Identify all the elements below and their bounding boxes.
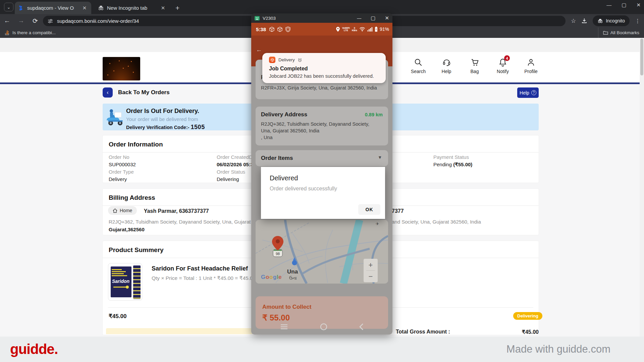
zoom-in-button[interactable]: + xyxy=(369,261,373,269)
signal-icon xyxy=(367,27,373,32)
nav-bag[interactable]: Bag xyxy=(465,57,484,74)
billing-state: Gujarat, xyxy=(109,227,128,232)
forward-button[interactable]: → xyxy=(14,17,28,24)
cart-icon xyxy=(470,58,479,67)
emulator-maximize-button[interactable]: ▢ xyxy=(371,15,375,21)
back-nav-icon[interactable] xyxy=(359,323,364,330)
amount-label: Amount to Collect xyxy=(262,304,311,310)
svg-text:98: 98 xyxy=(276,252,280,256)
browser-tabstrip: ⌄ supdaqcom - View Order ✕ New Incognito… xyxy=(0,0,644,14)
chevron-left-icon[interactable]: ‹ xyxy=(103,87,113,98)
site-favicon xyxy=(18,5,24,11)
shield-notification-icon xyxy=(285,26,290,32)
map-route-shield: 98 xyxy=(273,249,282,257)
app-back-arrow-icon[interactable]: ← xyxy=(256,46,262,53)
window-maximize-button[interactable]: ▢ xyxy=(622,2,626,8)
new-tab-button[interactable]: + xyxy=(175,4,179,12)
reload-button[interactable]: ⟳ xyxy=(28,17,42,25)
alarm-icon xyxy=(298,58,302,62)
question-mark-icon: ? xyxy=(531,90,536,95)
bookmark-star-icon[interactable]: ☆ xyxy=(571,17,576,24)
order-items-section[interactable]: Order Items ▼ xyxy=(256,150,388,166)
wifi-icon xyxy=(359,27,365,32)
battery-percent: 91% xyxy=(380,26,389,32)
zoom-out-button[interactable]: − xyxy=(369,272,373,281)
verification-code-label: Delivery Verification Code:- xyxy=(126,125,190,130)
map-city-label: Una xyxy=(287,268,298,275)
emulator-title: V2303 xyxy=(263,16,276,21)
guidde-footer: guidde. Made with guidde.com xyxy=(0,337,644,362)
stackoverflow-icon xyxy=(5,30,10,36)
browser-menu-icon[interactable]: ⋮ xyxy=(635,18,641,24)
map-zoom-controls[interactable]: + − xyxy=(364,259,378,282)
help-label: Help xyxy=(520,90,529,96)
folder-icon xyxy=(603,31,608,35)
delivery-address-title: Delivery Address xyxy=(261,111,307,118)
all-bookmarks-button[interactable]: All Bookmarks xyxy=(598,27,639,38)
header-nav: Search Help Bag xyxy=(409,57,541,74)
shipping-phone-fragment: 7377 xyxy=(392,208,404,214)
pickup-address-text: R2FR+J3X, Girija Society, Una, Gujarat 3… xyxy=(261,85,377,90)
home-icon xyxy=(113,208,117,213)
bookmark-item[interactable]: Is there a compatibi... xyxy=(12,30,56,35)
incognito-indicator[interactable]: Incognito xyxy=(593,15,630,26)
map-canvas[interactable]: 98 Una ઉના ✈ Go og xyxy=(256,220,388,284)
volte-indicator: VoWiFiLTE xyxy=(342,27,350,32)
recents-menu-icon[interactable] xyxy=(280,324,288,330)
svg-text:e: e xyxy=(278,274,281,280)
site-logo[interactable] xyxy=(103,57,140,80)
emulator-titlebar[interactable]: V2303 — ▢ ✕ xyxy=(251,13,392,23)
emulator-window: V2303 — ▢ ✕ 5:38 VoWiFiLTE xyxy=(251,13,392,335)
back-to-orders[interactable]: ‹ Back To My Orders xyxy=(103,87,170,98)
battery-icon xyxy=(375,26,378,32)
total-value: ₹45.00 xyxy=(522,329,539,335)
tab-incognito[interactable]: New Incognito tab ✕ xyxy=(95,2,170,14)
product-qty-line: Qty × Price = Total : 1 Unit * ₹45.00 = … xyxy=(152,275,256,281)
svg-text:o: o xyxy=(266,274,269,280)
svg-text:o: o xyxy=(269,274,273,280)
nav-label: Notify xyxy=(493,69,513,74)
chevron-down-icon[interactable]: ▼ xyxy=(378,155,382,160)
delivery-address-card: Delivery Address 0.89 km R2JQ+362, Tulsi… xyxy=(256,107,388,145)
package-notification-icon xyxy=(277,26,283,32)
nav-help[interactable]: Help xyxy=(437,57,456,74)
search-icon xyxy=(414,58,423,67)
nav-label: Profile xyxy=(521,69,541,74)
home-nav-icon[interactable] xyxy=(320,323,327,330)
nav-label: Search xyxy=(409,69,428,74)
tab-close-icon[interactable]: ✕ xyxy=(81,5,88,11)
back-button[interactable]: ← xyxy=(0,17,14,24)
tab-view-order[interactable]: supdaqcom - View Order ✕ xyxy=(15,2,91,14)
nav-profile[interactable]: Profile xyxy=(521,57,541,74)
window-minimize-button[interactable]: — xyxy=(606,2,611,8)
guidde-tagline: Made with guidde.com xyxy=(506,343,610,355)
nav-search[interactable]: Search xyxy=(409,57,428,74)
site-settings-icon[interactable] xyxy=(48,18,53,24)
emulator-close-button[interactable]: ✕ xyxy=(385,15,389,21)
incognito-icon xyxy=(597,18,603,23)
map-card[interactable]: 98 Una ઉના ✈ Go og xyxy=(256,220,388,284)
product-image: Saridon xyxy=(108,263,142,301)
scooter-illustration xyxy=(107,108,124,126)
order-status-value: Delivering xyxy=(217,176,245,182)
emulator-minimize-button[interactable]: — xyxy=(357,16,361,21)
downloads-icon[interactable] xyxy=(581,18,587,24)
nav-notify[interactable]: 4 Notify xyxy=(493,57,513,74)
total-gross-row: Total Gross Amount : ₹45.00 xyxy=(396,329,539,335)
dialog-ok-button[interactable]: OK xyxy=(358,204,380,215)
dialog-title: Delivered xyxy=(270,174,298,182)
svg-text:G: G xyxy=(261,274,265,280)
delivery-address-line: , Una xyxy=(261,134,369,141)
nav-label: Bag xyxy=(465,69,484,74)
network-speed-indicator: 0KB/s xyxy=(352,27,357,32)
window-close-button[interactable]: ✕ xyxy=(636,2,641,8)
page-scrollbar[interactable] xyxy=(640,38,644,337)
tab-search-button[interactable]: ⌄ xyxy=(4,3,13,11)
svg-text:✈: ✈ xyxy=(376,222,379,226)
tab-close-icon[interactable]: ✕ xyxy=(160,5,166,11)
system-notification[interactable]: Delivery Job Completed Jobcard JOB22 has… xyxy=(262,53,386,83)
package-notification-icon xyxy=(269,26,275,32)
field-label: Order No xyxy=(109,154,136,160)
total-label: Total Gross Amount : xyxy=(396,329,450,335)
page-help-button[interactable]: Help ? xyxy=(517,87,539,98)
